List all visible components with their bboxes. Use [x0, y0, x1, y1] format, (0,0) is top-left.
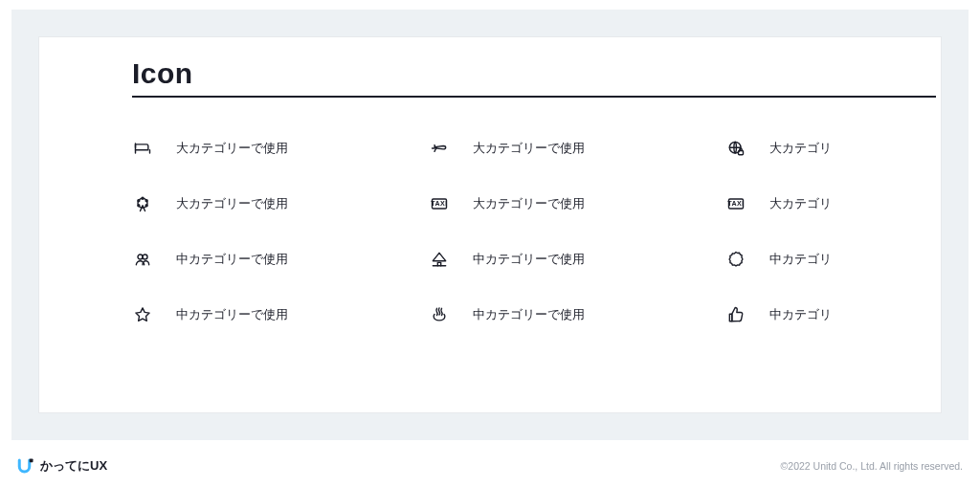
icon-cell: 大カテゴリーで使用 [429, 138, 725, 159]
icon-cell: 大カテゴリーで使用 [132, 193, 429, 214]
brand: かってにUX [17, 457, 107, 475]
icon-cell: 中カテゴリーで使用 [132, 304, 429, 325]
icon-label: 大カテゴリーで使用 [176, 140, 288, 157]
icon-cell: 大カテゴリ [725, 138, 942, 159]
icon-label: 中カテゴリーで使用 [176, 306, 288, 323]
icon-cell: 中カテゴリ [725, 249, 942, 270]
icon-cell: 中カテゴリーで使用 [429, 304, 725, 325]
icon-row: 中カテゴリーで使用中カテゴリーで使用中カテゴリ [132, 232, 936, 287]
bed-icon [132, 138, 153, 159]
icon-label: 中カテゴリーで使用 [473, 306, 585, 323]
icon-cell: 中カテゴリーで使用 [132, 249, 429, 270]
icon-row: 中カテゴリーで使用中カテゴリーで使用中カテゴリ [132, 287, 936, 343]
hut-icon [429, 249, 450, 270]
icon-label: 中カテゴリ [769, 251, 832, 268]
icon-cell: 大カテゴリーで使用 [132, 138, 429, 159]
svg-rect-12 [30, 459, 33, 463]
icon-label: 大カテゴリーで使用 [473, 195, 585, 212]
onsen-icon [429, 304, 450, 325]
taxi-icon [429, 193, 450, 214]
icon-row: 大カテゴリーで使用大カテゴリーで使用大カテゴリ [132, 176, 936, 232]
icon-label: 中カテゴリ [769, 306, 832, 323]
blank-icon [132, 360, 153, 381]
icon-label: 大カテゴリ [769, 195, 832, 212]
icon-row: 大カテゴリーで使用大カテゴリーで使用大カテゴリ [132, 121, 936, 176]
plane-icon [429, 138, 450, 159]
icon-grid: 大カテゴリーで使用大カテゴリーで使用大カテゴリ大カテゴリーで使用大カテゴリーで使… [132, 121, 936, 398]
icon-section: Icon 大カテゴリーで使用大カテゴリーで使用大カテゴリ大カテゴリーで使用大カテ… [132, 36, 936, 398]
icon-cell [132, 360, 429, 381]
icon-cell: 大カテゴリ [725, 193, 942, 214]
taxi-icon [725, 193, 746, 214]
icon-cell: 中カテゴリーで使用 [429, 249, 725, 270]
icon-label: 中カテゴリーで使用 [473, 251, 585, 268]
icon-label: 大カテゴリ [769, 140, 832, 157]
icon-row [132, 343, 936, 398]
footer: かってにUX ©2022 Unitd Co., Ltd. All rights … [17, 456, 963, 476]
artboard-frame: Icon 大カテゴリーで使用大カテゴリーで使用大カテゴリ大カテゴリーで使用大カテ… [11, 10, 969, 440]
globe-lock-icon [725, 138, 746, 159]
section-title: Icon [132, 36, 936, 98]
icon-cell: 中カテゴリ [725, 304, 942, 325]
artboard-canvas: Icon 大カテゴリーで使用大カテゴリーで使用大カテゴリ大カテゴリーで使用大カテ… [38, 36, 942, 413]
icon-label: 大カテゴリーで使用 [473, 140, 585, 157]
blank-icon [429, 360, 450, 381]
copyright-text: ©2022 Unitd Co., Ltd. All rights reserve… [781, 460, 963, 472]
ferris-wheel-icon [132, 193, 153, 214]
icon-label: 中カテゴリーで使用 [176, 251, 288, 268]
icon-cell [725, 360, 942, 381]
people-icon [132, 249, 153, 270]
thumbs-up-icon [725, 304, 746, 325]
page-root: Icon 大カテゴリーで使用大カテゴリーで使用大カテゴリ大カテゴリーで使用大カテ… [0, 0, 980, 487]
brand-logo-icon [17, 458, 34, 474]
star-icon [132, 304, 153, 325]
brand-text: かってにUX [40, 457, 107, 475]
badge-icon [725, 249, 746, 270]
icon-label: 大カテゴリーで使用 [176, 195, 288, 212]
icon-cell [429, 360, 725, 381]
icon-cell: 大カテゴリーで使用 [429, 193, 725, 214]
blank-icon [725, 360, 746, 381]
